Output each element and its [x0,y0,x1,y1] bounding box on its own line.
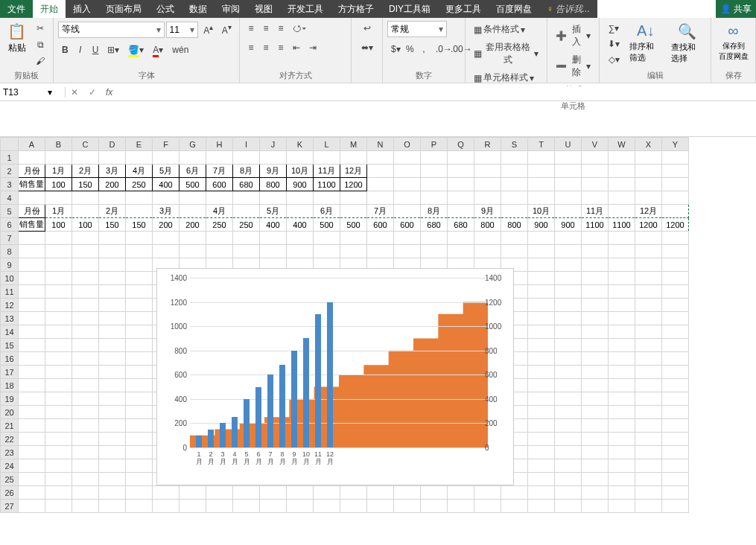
cell-C11[interactable] [72,285,99,299]
increase-font-button[interactable]: A▴ [200,21,216,38]
col-header-S[interactable]: S [501,138,528,151]
col-header-F[interactable]: F [153,138,180,151]
name-box[interactable]: ▾ [0,87,66,98]
cell-O26[interactable] [394,486,421,500]
align-center-button[interactable]: ≡ [259,40,273,55]
cell-I27[interactable] [233,500,260,513]
cell-W5[interactable] [609,205,635,218]
row-header-15[interactable]: 15 [1,339,19,352]
align-bottom-button[interactable]: ≡ [274,21,288,36]
underline-button[interactable]: U [89,42,103,57]
cell-T15[interactable] [528,339,555,352]
cell-G6[interactable]: 200 [180,218,206,232]
cell-W15[interactable] [609,339,635,352]
enter-formula-button[interactable]: ✓ [83,87,101,98]
cell-L1[interactable] [314,151,340,165]
phonetic-button[interactable]: wén [168,42,192,57]
cell-E23[interactable] [126,446,153,459]
col-header-I[interactable]: I [233,138,260,151]
cell-K1[interactable] [287,151,314,165]
cell-N4[interactable] [367,191,394,205]
cell-A18[interactable] [19,379,45,392]
row-header-14[interactable]: 14 [1,325,19,339]
cell-H7[interactable] [206,232,233,245]
col-header-X[interactable]: X [635,138,662,151]
cell-Q27[interactable] [448,500,474,513]
cell-X3[interactable] [635,178,662,191]
cell-Y18[interactable] [662,379,689,392]
cell-Q7[interactable] [448,232,474,245]
tab-formulas[interactable]: 公式 [149,0,182,18]
cell-U27[interactable] [555,500,582,513]
decrease-font-button[interactable]: A▾ [218,21,235,38]
cell-R8[interactable] [474,245,501,258]
cell-V17[interactable] [582,366,609,379]
cell-E2[interactable]: 4月 [126,165,153,178]
tab-view[interactable]: 视图 [247,0,280,18]
cell-M7[interactable] [340,232,367,245]
cell-B1[interactable] [45,151,72,165]
border-button[interactable]: ⊞▾ [104,42,123,57]
save-baidu-button[interactable]: ∞保存到 百度网盘 [716,21,751,63]
cell-B12[interactable] [45,299,72,312]
merge-center-button[interactable]: ⬌▾ [356,40,378,55]
cell-E5[interactable] [126,205,153,218]
col-header-J[interactable]: J [260,138,287,151]
cell-C2[interactable]: 2月 [72,165,99,178]
cell-T10[interactable] [528,272,555,285]
row-header-23[interactable]: 23 [1,446,19,459]
cell-M27[interactable] [340,500,367,513]
cell-L26[interactable] [314,486,340,500]
cell-P27[interactable] [421,500,448,513]
cell-O2[interactable] [394,165,421,178]
cell-D26[interactable] [99,486,126,500]
cell-J26[interactable] [260,486,287,500]
cell-P3[interactable] [421,178,448,191]
cell-X5[interactable]: 12月 [635,205,662,218]
cell-E19[interactable] [126,392,153,406]
cell-V13[interactable] [582,312,609,325]
cell-T23[interactable] [528,446,555,459]
name-box-input[interactable] [3,87,48,98]
cell-A1[interactable] [19,151,45,165]
cell-A22[interactable] [19,433,45,446]
row-header-8[interactable]: 8 [1,245,19,258]
col-header-H[interactable]: H [206,138,233,151]
cell-H2[interactable]: 7月 [206,165,233,178]
cell-W25[interactable] [609,473,635,486]
cell-U8[interactable] [555,245,582,258]
cell-W23[interactable] [609,446,635,459]
row-header-6[interactable]: 6 [1,218,19,232]
font-name-select[interactable]: ▾ [58,22,165,38]
cell-Q1[interactable] [448,151,474,165]
cell-T25[interactable] [528,473,555,486]
cell-A12[interactable] [19,299,45,312]
cell-V8[interactable] [582,245,609,258]
cell-O8[interactable] [394,245,421,258]
cell-L5[interactable]: 6月 [314,205,340,218]
cell-X4[interactable] [635,191,662,205]
align-left-button[interactable]: ≡ [244,40,258,55]
cell-P2[interactable] [421,165,448,178]
cell-F7[interactable] [153,232,180,245]
cell-E10[interactable] [126,272,153,285]
col-header-W[interactable]: W [609,138,635,151]
cell-V5[interactable]: 11月 [582,205,609,218]
cell-X26[interactable] [635,486,662,500]
col-header-D[interactable]: D [99,138,126,151]
cell-T26[interactable] [528,486,555,500]
tab-diy[interactable]: DIY工具箱 [381,0,438,18]
cell-Y3[interactable] [662,178,689,191]
cell-S26[interactable] [501,486,528,500]
cell-W17[interactable] [609,366,635,379]
cell-A6[interactable]: 销售量 [19,218,45,232]
cell-D8[interactable] [99,245,126,258]
cell-F1[interactable] [153,151,180,165]
col-header-O[interactable]: O [394,138,421,151]
cell-O1[interactable] [394,151,421,165]
row-header-16[interactable]: 16 [1,352,19,366]
cell-C7[interactable] [72,232,99,245]
cell-D13[interactable] [99,312,126,325]
cell-U3[interactable] [555,178,582,191]
cell-V6[interactable]: 1100 [582,218,609,232]
